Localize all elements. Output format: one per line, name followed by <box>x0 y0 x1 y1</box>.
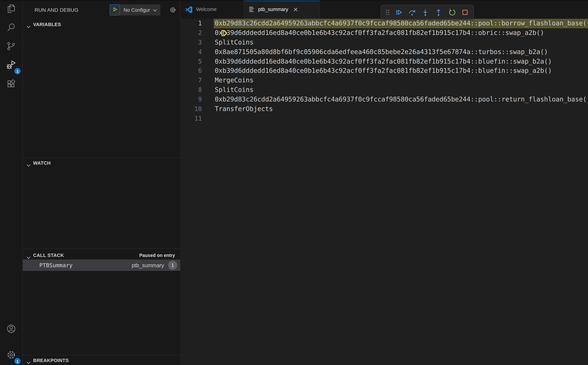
variables-section-header[interactable]: VARIABLES <box>23 20 180 29</box>
code-line[interactable]: 10TransferObjects <box>180 104 588 114</box>
continue-button[interactable] <box>392 6 405 18</box>
explorer-icon <box>6 4 16 15</box>
code-line[interactable]: 3SplitCoins <box>180 38 588 47</box>
activity-item-search[interactable] <box>0 19 22 37</box>
line-number[interactable]: 3 <box>180 38 202 47</box>
call-stack-frame-row[interactable]: PTBSummary ptb_summary 1 <box>23 260 180 271</box>
launch-configuration-dropdown[interactable]: No Configur <box>120 4 160 15</box>
activity-item-explorer[interactable] <box>0 0 22 19</box>
watch-section-label: WATCH <box>33 160 50 166</box>
code-text[interactable]: 0xb39d6dddedd16ed8a40ce0b1e6b43c92acf0ff… <box>214 57 588 66</box>
activity-item-accounts[interactable] <box>0 320 22 339</box>
line-number[interactable]: 2 <box>180 28 202 38</box>
code-text[interactable]: TransferObjects <box>214 104 588 114</box>
launch-configuration-label: No Configur <box>124 7 150 13</box>
chevron-down-icon <box>153 7 157 13</box>
launch-configuration-control: No Configur <box>110 4 160 15</box>
code-text[interactable]: 0xb29d83c26cdd2a64959263abbcfc4a6937f0c9… <box>214 19 588 28</box>
code-line[interactable]: 60xb39d6dddedd16ed8a40ce0b1e6b43c92acf0f… <box>180 66 588 76</box>
debug-settings-button[interactable] <box>170 7 176 15</box>
chevron-down-icon <box>27 161 30 164</box>
extensions-icon <box>6 79 16 90</box>
code-text[interactable]: SplitCoins <box>214 38 588 47</box>
stop-button[interactable] <box>459 6 471 18</box>
code-line[interactable]: 11 <box>180 114 588 124</box>
code-text[interactable]: 0xb29d83c26cdd2a64959263abbcfc4a6937f0c9… <box>214 95 588 104</box>
editor-group: Welcome ptb_summary <box>180 0 588 365</box>
file-text-icon <box>248 6 255 13</box>
restart-button[interactable] <box>445 6 458 18</box>
variables-section: VARIABLES <box>23 20 180 158</box>
line-number[interactable]: 6 <box>180 66 202 76</box>
sidebar-title: RUN AND DEBUG <box>35 7 78 13</box>
debug-sessions-badge: 1 <box>14 68 21 74</box>
line-number[interactable]: 7 <box>180 76 202 85</box>
line-number[interactable]: 8 <box>180 85 202 95</box>
activity-bar-bottom: 1 <box>0 320 22 365</box>
line-number[interactable]: 10 <box>180 104 202 114</box>
settings-badge: 1 <box>14 358 21 364</box>
activity-item-settings[interactable]: 1 <box>0 346 22 365</box>
call-stack-section-header[interactable]: CALL STACK Paused on entry <box>23 250 180 260</box>
step-into-button[interactable] <box>419 6 431 18</box>
breakpoints-section-header[interactable]: BREAKPOINTS <box>23 355 180 365</box>
chevron-down-icon <box>27 359 30 362</box>
tab-welcome[interactable]: Welcome <box>180 0 244 19</box>
debug-pause-status: Paused on entry <box>139 253 175 258</box>
play-icon <box>112 7 118 14</box>
start-debugging-button[interactable] <box>110 4 120 15</box>
activity-bar-top: 1 <box>0 0 22 94</box>
activity-item-extensions[interactable] <box>0 75 22 94</box>
drag-handle-icon[interactable] <box>383 6 392 18</box>
account-icon <box>6 324 16 335</box>
step-out-button[interactable] <box>432 6 445 18</box>
line-number[interactable]: 4 <box>180 47 202 57</box>
chevron-down-icon <box>27 23 30 26</box>
code-line[interactable]: 1 0xb29d83c26cdd2a64959263abbcfc4a6937f0… <box>180 19 588 28</box>
gear-icon <box>170 8 176 14</box>
step-over-button[interactable] <box>406 6 418 18</box>
activity-bar: 1 1 <box>0 0 23 365</box>
chevron-down-icon <box>27 254 30 257</box>
code-text[interactable]: SplitCoins <box>214 85 588 95</box>
window-top-edge <box>0 0 588 1</box>
current-execution-marker-icon <box>183 20 189 27</box>
variables-section-label: VARIABLES <box>33 22 61 27</box>
vscode-window: 1 1 RUN AND DEBUG <box>0 0 588 365</box>
code-text[interactable]: 0xb39d6dddedd16ed8a40ce0b1e6b43c92acf0ff… <box>214 28 588 38</box>
code-line[interactable]: 50xb39d6dddedd16ed8a40ce0b1e6b43c92acf0f… <box>180 57 588 66</box>
source-control-icon <box>6 41 16 53</box>
code-text[interactable] <box>214 114 588 124</box>
line-number[interactable]: 9 <box>180 95 202 104</box>
line-number[interactable]: 5 <box>180 57 202 66</box>
tab-label: Welcome <box>196 7 217 12</box>
run-and-debug-sidebar: RUN AND DEBUG No Configur <box>23 0 180 365</box>
code-line[interactable]: 90xb29d83c26cdd2a64959263abbcfc4a6937f0c… <box>180 95 588 104</box>
vscode-logo-icon <box>185 6 193 13</box>
code-editor[interactable]: 1 0xb29d83c26cdd2a64959263abbcfc4a6937f0… <box>180 19 588 365</box>
sidebar-header: RUN AND DEBUG No Configur <box>23 0 180 20</box>
stack-frame-name: PTBSummary <box>39 262 73 268</box>
code-text[interactable]: MergeCoins <box>214 76 588 85</box>
debug-toolbar <box>381 5 474 20</box>
code-line[interactable]: 20xb39d6dddedd16ed8a40ce0b1e6b43c92acf0f… <box>180 28 588 38</box>
search-icon <box>6 22 16 34</box>
tab-label: ptb_summary <box>258 7 288 12</box>
stack-frame-source: ptb_summary <box>132 262 164 268</box>
watch-section-header[interactable]: WATCH <box>23 158 180 168</box>
line-number[interactable]: 11 <box>180 114 202 124</box>
breakpoints-section-label: BREAKPOINTS <box>33 358 69 363</box>
call-stack-section: CALL STACK Paused on entry PTBSummary pt… <box>23 248 180 355</box>
code-text[interactable]: 0xb39d6dddedd16ed8a40ce0b1e6b43c92acf0ff… <box>214 66 588 76</box>
activity-item-run-and-debug[interactable]: 1 <box>0 56 22 75</box>
watch-section: WATCH <box>23 158 180 248</box>
code-text[interactable]: 0x8ae871505a80d8bf6bf9c05906cda6edfeea46… <box>214 47 588 57</box>
code-line[interactable]: 40x8ae871505a80d8bf6bf9c05906cda6edfeea4… <box>180 47 588 57</box>
code-line[interactable]: 7MergeCoins <box>180 76 588 85</box>
close-icon[interactable] <box>293 7 298 12</box>
stack-frame-badge: 1 <box>168 261 177 270</box>
activity-item-source-control[interactable] <box>0 37 22 56</box>
call-stack-section-label: CALL STACK <box>33 253 64 258</box>
tab-ptb-summary[interactable]: ptb_summary <box>244 0 320 19</box>
code-line[interactable]: 8SplitCoins <box>180 85 588 95</box>
